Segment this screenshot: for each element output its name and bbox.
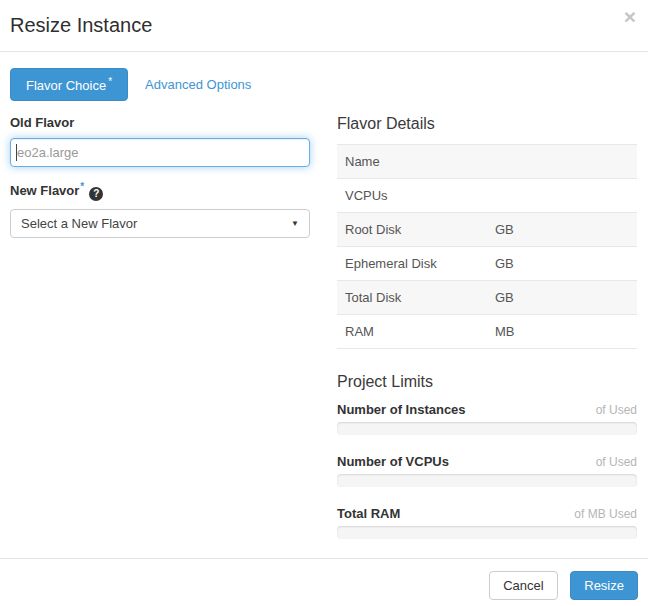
limit-usage: of MB Used bbox=[574, 507, 637, 521]
close-icon[interactable]: × bbox=[624, 6, 636, 27]
new-flavor-label-text: New Flavor bbox=[10, 184, 79, 199]
row-label: Root Disk bbox=[345, 222, 495, 237]
table-row: Total Disk GB bbox=[337, 281, 637, 315]
ram-progress-bar bbox=[337, 526, 637, 539]
table-row: Root Disk GB bbox=[337, 213, 637, 247]
text-cursor bbox=[16, 144, 17, 161]
limit-head: Number of Instances of Used bbox=[337, 402, 637, 417]
new-flavor-select[interactable]: Select a New Flavor ▼ bbox=[10, 209, 310, 238]
caret-down-icon: ▼ bbox=[291, 219, 299, 228]
dialog-body: Flavor Choice* Advanced Options Old Flav… bbox=[0, 52, 648, 558]
tab-flavor-choice-label: Flavor Choice bbox=[26, 78, 106, 93]
instances-progress-bar bbox=[337, 422, 637, 435]
old-flavor-label: Old Flavor bbox=[10, 115, 310, 130]
tab-bar: Flavor Choice* Advanced Options bbox=[10, 68, 638, 101]
details-column: Flavor Details Name VCPUs Root Disk GB bbox=[337, 115, 637, 558]
tab-flavor-choice[interactable]: Flavor Choice* bbox=[10, 68, 128, 101]
table-row: VCPUs bbox=[337, 179, 637, 213]
new-flavor-label: New Flavor*? bbox=[10, 181, 310, 200]
limit-usage: of Used bbox=[596, 455, 637, 469]
row-value bbox=[495, 188, 629, 203]
limit-label: Number of VCPUs bbox=[337, 454, 449, 469]
row-value: GB bbox=[495, 222, 629, 237]
dialog-columns: Old Flavor New Flavor*? Select a New Fla… bbox=[10, 115, 638, 558]
limit-usage: of Used bbox=[596, 403, 637, 417]
required-asterisk: * bbox=[108, 76, 112, 87]
limit-item-instances: Number of Instances of Used bbox=[337, 402, 637, 435]
row-value bbox=[495, 154, 629, 169]
limit-item-vcpus: Number of VCPUs of Used bbox=[337, 454, 637, 487]
resize-instance-dialog: Resize Instance × Flavor Choice* Advance… bbox=[0, 0, 648, 606]
table-row: Name bbox=[337, 145, 637, 179]
flavor-details-table: Name VCPUs Root Disk GB Ephemeral Disk G… bbox=[337, 144, 637, 349]
project-limits-heading: Project Limits bbox=[337, 373, 637, 391]
row-label: Total Disk bbox=[345, 290, 495, 305]
dialog-footer: Cancel Resize bbox=[0, 558, 648, 606]
old-flavor-field-wrap bbox=[10, 138, 310, 167]
row-label: Ephemeral Disk bbox=[345, 256, 495, 271]
resize-button[interactable]: Resize bbox=[570, 571, 638, 600]
tab-advanced-options[interactable]: Advanced Options bbox=[145, 77, 251, 92]
row-label: Name bbox=[345, 154, 495, 169]
row-label: RAM bbox=[345, 324, 495, 339]
help-icon[interactable]: ? bbox=[89, 187, 103, 201]
limit-head: Total RAM of MB Used bbox=[337, 506, 637, 521]
cancel-button[interactable]: Cancel bbox=[489, 571, 557, 600]
required-asterisk: * bbox=[80, 181, 84, 192]
row-value: GB bbox=[495, 290, 629, 305]
limit-item-ram: Total RAM of MB Used bbox=[337, 506, 637, 539]
dialog-title: Resize Instance bbox=[10, 11, 636, 39]
row-value: GB bbox=[495, 256, 629, 271]
form-column: Old Flavor New Flavor*? Select a New Fla… bbox=[10, 115, 310, 558]
row-label: VCPUs bbox=[345, 188, 495, 203]
limit-label: Total RAM bbox=[337, 506, 400, 521]
dialog-header: Resize Instance × bbox=[0, 0, 648, 52]
limit-label: Number of Instances bbox=[337, 402, 466, 417]
limit-head: Number of VCPUs of Used bbox=[337, 454, 637, 469]
row-value: MB bbox=[495, 324, 629, 339]
table-row: Ephemeral Disk GB bbox=[337, 247, 637, 281]
old-flavor-input[interactable] bbox=[10, 138, 310, 167]
new-flavor-select-value: Select a New Flavor bbox=[21, 216, 137, 231]
vcpus-progress-bar bbox=[337, 474, 637, 487]
table-row: RAM MB bbox=[337, 315, 637, 349]
flavor-details-heading: Flavor Details bbox=[337, 115, 637, 133]
